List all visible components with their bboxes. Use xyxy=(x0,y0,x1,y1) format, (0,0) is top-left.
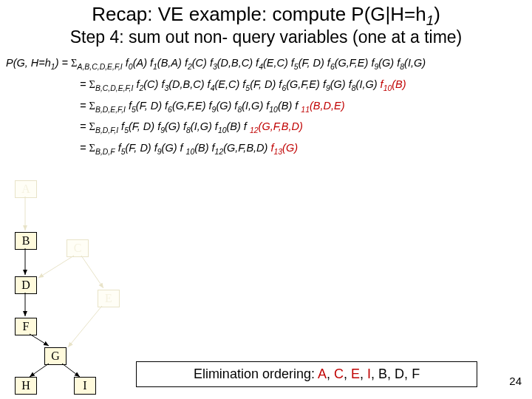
f13-args: (G) xyxy=(282,142,298,154)
f10b-args: (B) f xyxy=(278,100,298,112)
step-line-2: = ΣB,C,D,E,F,I f2(C) f3(D,B,C) f4(E,C) f… xyxy=(6,75,526,96)
f9-args: (G) f xyxy=(216,100,237,112)
new-factor-f10: f10(B) xyxy=(381,78,406,90)
eq-4: = xyxy=(80,120,89,132)
new-factor-f12: 12(G,F,B,D) xyxy=(250,120,303,132)
f3-args: (D,B,C) f xyxy=(217,57,259,69)
sigma-icon: Σ xyxy=(89,78,95,90)
svg-line-2 xyxy=(38,256,74,278)
f11-sub: 11 xyxy=(301,106,310,114)
f10-sub: 10 xyxy=(218,126,227,134)
elim-A: A xyxy=(318,366,327,381)
f9-args: (G) f xyxy=(162,142,183,154)
step-line-1: P(G, H=h1) = ΣA,B,C,D,E,F,I f0(A) f1(B,A… xyxy=(6,53,526,75)
f12-args: (G,F,B,D) xyxy=(259,120,303,132)
eq-3: = xyxy=(80,100,89,112)
f12-args: (G,F,B,D) xyxy=(223,142,267,154)
eq-2: = xyxy=(80,78,89,90)
sum-subscript-5: B,D,F xyxy=(95,148,115,156)
title-text: Recap: VE example: compute xyxy=(92,3,351,25)
f13-sub: 13 xyxy=(273,148,282,156)
node-I: I xyxy=(74,377,96,395)
sum-subscript-4: B,D,F,I xyxy=(95,126,118,134)
f10-sub: 10 xyxy=(269,106,278,114)
f6-args: (G,F,E) f xyxy=(172,100,212,112)
svg-line-5 xyxy=(30,334,49,346)
f3-args: (D,B,C) f xyxy=(168,78,210,90)
slide-title: Recap: VE example: compute P(G|H=h1) xyxy=(0,3,532,29)
title-expr-a: P(G|H=h xyxy=(351,3,426,25)
f6-args: (G,F,E) f xyxy=(286,78,326,90)
title-expr-b: ) xyxy=(434,3,440,25)
slide: Recap: VE example: compute P(G|H=h1) Ste… xyxy=(0,3,532,399)
f5-args: (F, D) f xyxy=(129,120,160,132)
lhs-text: P(G, H=h xyxy=(6,57,51,69)
title-sub: 1 xyxy=(426,13,434,28)
node-C: C xyxy=(66,239,89,257)
elim-I: I xyxy=(367,366,371,381)
f10-args: (B) xyxy=(392,78,406,90)
f9-args: (G) f xyxy=(165,120,186,132)
sum-subscript-2: B,C,D,E,F,I xyxy=(95,84,133,92)
f6-args: (G,F,E) f xyxy=(335,57,375,69)
sum-subscript-3: B,D,E,F,I xyxy=(95,106,126,114)
f5-args: (F, D) f xyxy=(299,57,330,69)
node-H: H xyxy=(15,377,37,395)
svg-line-6 xyxy=(68,306,102,347)
f8-args: (I,G) xyxy=(356,78,378,90)
lhs-tail: ) = xyxy=(55,57,71,69)
sigma-icon: Σ xyxy=(89,100,95,112)
elim-D: D xyxy=(395,366,404,381)
f8-args: (I,G) xyxy=(242,100,263,112)
f9-args: (G) f xyxy=(378,57,400,69)
elim-E: E xyxy=(351,366,360,381)
node-F: F xyxy=(15,318,37,335)
step-line-3: = ΣB,D,E,F,I f5(F, D) f6(G,F,E) f9(G) f8… xyxy=(6,96,526,117)
f5-args: (F, D) f xyxy=(126,142,157,154)
f5-args: (F, D) f xyxy=(136,100,168,112)
f11-args: (B,D,E) xyxy=(310,100,345,112)
sigma-icon: Σ xyxy=(89,120,95,132)
f9-args: (G) f xyxy=(330,78,352,90)
title-expr: P(G|H=h1) xyxy=(351,3,440,25)
sigma-icon: Σ xyxy=(89,142,95,154)
f10b-args: (B) f xyxy=(227,120,247,132)
elim-F: F xyxy=(412,366,420,381)
node-B: B xyxy=(15,232,37,250)
svg-line-7 xyxy=(30,364,49,377)
svg-line-3 xyxy=(81,256,103,288)
node-G: G xyxy=(44,347,66,365)
f10-sub: 10 xyxy=(186,148,195,156)
svg-line-8 xyxy=(62,364,80,377)
f4-args: (E,C) f xyxy=(263,57,294,69)
elimination-ordering-box: Elimination ordering: A, C, E, I, B, D, … xyxy=(136,361,477,387)
f8-args: (I,G) xyxy=(404,57,426,69)
f0-args: (A) f xyxy=(133,57,153,69)
elim-prefix: Elimination ordering: xyxy=(194,366,318,381)
f2-args: (C) f xyxy=(192,57,213,69)
f12-sub: 12 xyxy=(250,126,259,134)
f2-args: (C) f xyxy=(143,78,164,90)
step-line-5: = ΣB,D,F f5(F, D) f9(G) f 10(B) f12(G,F,… xyxy=(6,138,526,160)
node-D: D xyxy=(15,276,37,294)
slide-subtitle: Step 4: sum out non- query variables (on… xyxy=(0,27,532,47)
f1-args: (B,A) f xyxy=(157,57,188,69)
step-line-4: = ΣB,D,F,I f5(F, D) f9(G) f8(I,G) f10(B)… xyxy=(6,117,526,138)
f10-sub: 10 xyxy=(383,84,392,92)
f4-args: (E,C) f xyxy=(214,78,245,90)
f5-args: (F, D) f xyxy=(250,78,282,90)
new-factor-f11: 11(B,D,E) xyxy=(301,100,344,112)
f8-args: (I,G) xyxy=(191,120,212,132)
slide-number: 24 xyxy=(509,375,522,387)
elim-C: C xyxy=(334,366,344,381)
derivation-steps: P(G, H=h1) = ΣA,B,C,D,E,F,I f0(A) f1(B,A… xyxy=(6,53,526,160)
eq-5: = xyxy=(80,142,89,154)
node-A: A xyxy=(15,180,37,198)
sum-subscript-1: A,B,C,D,E,F,I xyxy=(77,63,122,71)
elim-B: B xyxy=(378,366,387,381)
f10b-args: (B) f xyxy=(194,142,214,154)
new-factor-f13: f13(G) xyxy=(270,142,298,154)
node-E: E xyxy=(98,290,120,307)
f12-sub: 12 xyxy=(215,148,224,156)
